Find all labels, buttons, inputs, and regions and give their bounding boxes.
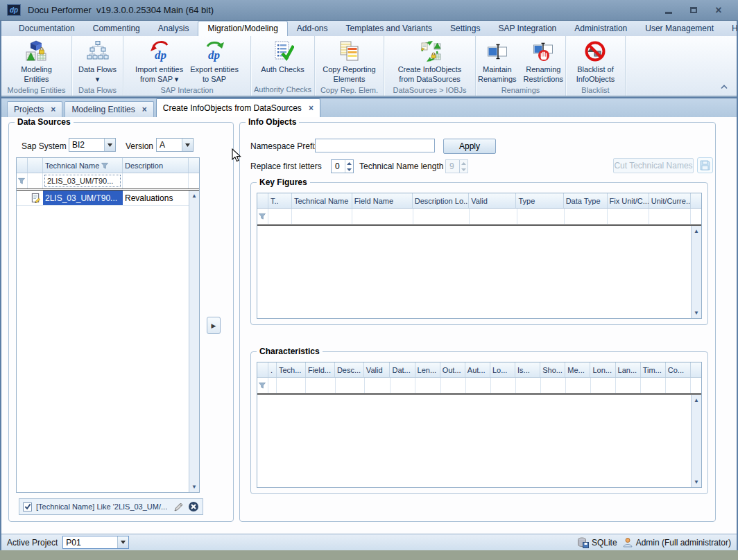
cell-technical-name[interactable]: 2LIS_03_UM/T90... bbox=[43, 191, 123, 205]
column-header[interactable]: Description Lo... bbox=[413, 193, 470, 208]
filter-icon[interactable] bbox=[101, 162, 108, 169]
dropdown-arrow-icon[interactable] bbox=[104, 139, 115, 151]
technical-name-filter-input[interactable]: 2LIS_03_UM/T90... bbox=[44, 175, 121, 187]
column-description[interactable]: Description bbox=[123, 158, 189, 173]
menu-tab-migration-modeling[interactable]: Migration/Modeling bbox=[198, 21, 287, 36]
import-entities-button[interactable]: dp Import entities from SAP ▾ bbox=[132, 37, 186, 85]
column-header[interactable]: Technical Name bbox=[292, 193, 352, 208]
filter-cell[interactable] bbox=[441, 378, 466, 393]
dropdown-arrow-icon[interactable] bbox=[182, 139, 193, 151]
spinner-value[interactable]: 0 bbox=[332, 160, 345, 173]
clear-filter-button[interactable] bbox=[188, 501, 199, 512]
filter-cell[interactable] bbox=[641, 378, 666, 393]
table-row[interactable]: 2LIS_03_UM/T90... Revaluations bbox=[17, 191, 189, 206]
scroll-up-icon[interactable]: ▲ bbox=[694, 395, 699, 405]
column-header[interactable]: Data Type bbox=[564, 193, 608, 208]
filter-cell[interactable] bbox=[470, 209, 517, 224]
menu-tab-settings[interactable]: Settings bbox=[441, 21, 489, 36]
filter-cell[interactable] bbox=[268, 209, 292, 224]
vertical-scrollbar[interactable]: ▲ ▼ bbox=[189, 191, 199, 492]
active-project-select[interactable]: P01 bbox=[62, 536, 129, 549]
close-tab-icon[interactable]: × bbox=[142, 105, 147, 114]
filter-cell[interactable] bbox=[466, 378, 491, 393]
scroll-down-icon[interactable]: ▼ bbox=[694, 477, 699, 487]
scroll-down-icon[interactable]: ▼ bbox=[694, 308, 699, 318]
filter-cell[interactable] bbox=[352, 209, 413, 224]
column-header[interactable]: Tech... bbox=[277, 362, 306, 377]
version-select[interactable]: A bbox=[156, 138, 194, 152]
column-header[interactable]: Len... bbox=[415, 362, 440, 377]
column-header[interactable]: Type bbox=[516, 193, 563, 208]
menu-tab-user-management[interactable]: User Management bbox=[636, 21, 723, 36]
sap-system-select[interactable]: BI2 bbox=[69, 138, 116, 152]
filter-cell[interactable] bbox=[268, 378, 277, 393]
filter-cell[interactable] bbox=[336, 378, 365, 393]
tab-modeling-entities[interactable]: Modeling Entities × bbox=[65, 101, 153, 117]
filter-cell[interactable] bbox=[292, 209, 352, 224]
scroll-up-icon[interactable]: ▲ bbox=[694, 226, 699, 236]
column-technical-name[interactable]: Technical Name bbox=[43, 158, 123, 173]
filter-cell[interactable] bbox=[608, 209, 649, 224]
filter-cell[interactable] bbox=[415, 378, 440, 393]
menu-tab-analysis[interactable]: Analysis bbox=[149, 21, 198, 36]
column-header[interactable]: Out... bbox=[440, 362, 465, 377]
filter-cell[interactable] bbox=[306, 378, 335, 393]
filter-cell[interactable] bbox=[591, 378, 616, 393]
filter-cell[interactable] bbox=[277, 378, 306, 393]
menu-tab-templates-variants[interactable]: Templates and Variants bbox=[337, 21, 442, 36]
edit-filter-button[interactable] bbox=[173, 502, 184, 512]
column-header[interactable]: Aut... bbox=[465, 362, 490, 377]
column-header[interactable]: Lan... bbox=[616, 362, 641, 377]
column-header[interactable]: Field... bbox=[306, 362, 335, 377]
spin-down-icon[interactable] bbox=[345, 166, 353, 173]
vertical-scrollbar[interactable]: ▲ ▼ bbox=[691, 226, 701, 318]
column-header[interactable]: Lo... bbox=[490, 362, 515, 377]
namespace-prefix-input[interactable] bbox=[315, 139, 435, 152]
apply-button[interactable]: Apply bbox=[443, 139, 496, 154]
column-header[interactable]: T.. bbox=[268, 193, 292, 208]
close-button[interactable]: × bbox=[712, 5, 726, 16]
column-header[interactable]: Desc... bbox=[335, 362, 364, 377]
blacklist-infoobjects-button[interactable]: Blacklist of InfoObjects bbox=[574, 37, 618, 85]
menu-tab-documentation[interactable]: Documentation bbox=[10, 21, 84, 36]
menu-tab-administration[interactable]: Administration bbox=[565, 21, 636, 36]
modeling-entities-button[interactable]: Modeling Entities bbox=[18, 37, 55, 85]
maintain-renamings-button[interactable]: Maintain Renamings bbox=[475, 37, 520, 85]
renaming-restrictions-button[interactable]: Renaming Restrictions bbox=[521, 37, 566, 85]
scroll-up-icon[interactable]: ▲ bbox=[191, 191, 197, 201]
menu-tab-help[interactable]: Help bbox=[723, 21, 738, 36]
column-header[interactable]: Valid bbox=[469, 193, 516, 208]
ribbon-collapse-button[interactable] bbox=[720, 80, 728, 92]
column-header[interactable]: Me... bbox=[565, 362, 590, 377]
filter-cell[interactable] bbox=[517, 209, 565, 224]
save-button[interactable] bbox=[697, 157, 713, 173]
spinner-arrows[interactable] bbox=[345, 160, 353, 173]
create-infoobjects-button[interactable]: Create InfoObjects from DataSources bbox=[395, 37, 465, 85]
auth-checks-button[interactable]: Auth Checks bbox=[258, 37, 307, 84]
filter-cell[interactable] bbox=[491, 378, 516, 393]
vertical-scrollbar[interactable]: ▲ ▼ bbox=[691, 395, 701, 487]
filter-cell[interactable] bbox=[541, 378, 566, 393]
filter-cell[interactable] bbox=[616, 378, 641, 393]
filter-cell[interactable] bbox=[565, 209, 608, 224]
column-header[interactable]: Unit/Curre... bbox=[649, 193, 691, 208]
scroll-down-icon[interactable]: ▼ bbox=[191, 482, 197, 492]
close-tab-icon[interactable]: × bbox=[309, 103, 314, 113]
filter-cell[interactable] bbox=[391, 378, 415, 393]
column-header[interactable]: . bbox=[268, 362, 277, 377]
filter-cell[interactable] bbox=[413, 209, 470, 224]
tab-projects[interactable]: Projects × bbox=[7, 101, 62, 117]
minimize-button[interactable] bbox=[662, 5, 676, 16]
menu-tab-add-ons[interactable]: Add-ons bbox=[288, 21, 337, 36]
column-header[interactable]: Is... bbox=[515, 362, 540, 377]
cell-description[interactable]: Revaluations bbox=[123, 191, 189, 205]
database-status[interactable]: SQLite bbox=[577, 537, 617, 548]
transfer-right-button[interactable]: ▶ bbox=[207, 317, 221, 334]
export-entities-button[interactable]: dp Export entities to SAP bbox=[187, 37, 241, 85]
filter-enabled-checkbox[interactable] bbox=[23, 502, 32, 511]
menu-tab-sap-integration[interactable]: SAP Integration bbox=[489, 21, 565, 36]
user-status[interactable]: Admin (Full administrator) bbox=[622, 537, 731, 548]
column-header[interactable]: Valid bbox=[364, 362, 391, 377]
filter-cell[interactable] bbox=[516, 378, 541, 393]
column-header[interactable]: Dat... bbox=[390, 362, 415, 377]
